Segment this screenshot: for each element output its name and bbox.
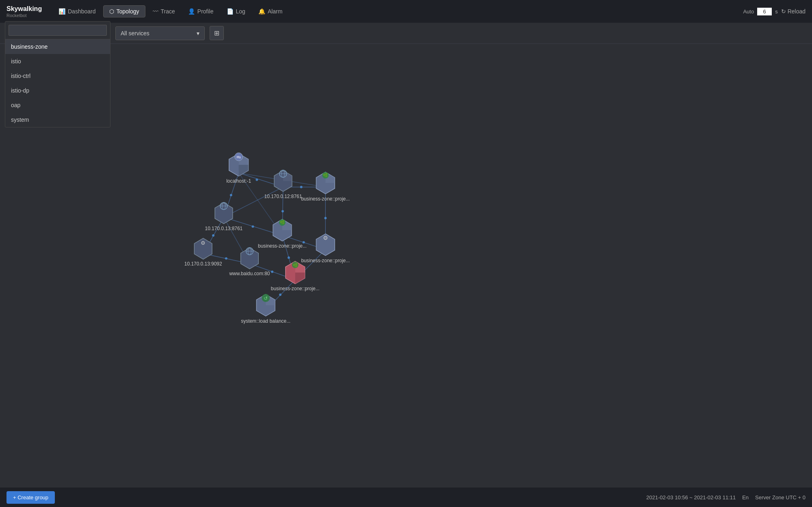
layout-toggle-button[interactable]: ⊞ [210, 26, 224, 40]
svg-text:business-zone::proje...: business-zone::proje... [271, 286, 320, 291]
svg-point-28 [271, 270, 273, 273]
interval-unit: s [775, 9, 778, 15]
bottom-bar: + Create group 2021-02-03 10:56 ~ 2021-0… [0, 488, 812, 507]
dropdown-item-istio-dp[interactable]: istio-dp [5, 83, 110, 98]
profile-icon: 👤 [188, 8, 195, 15]
svg-text:business-zone::proje...: business-zone::proje... [301, 196, 350, 202]
svg-text:↺: ↺ [264, 296, 268, 301]
node-bz-proje3[interactable]: ⚙ business-zone::proje... [301, 234, 350, 263]
nav-dashboard[interactable]: 📊 Dashboard [53, 6, 102, 17]
server-zone-label: Server Zone UTC + 0 [755, 494, 806, 501]
svg-text:⚙: ⚙ [323, 235, 328, 241]
layout-icon: ⊞ [214, 30, 219, 37]
logo-text: Skywalking [6, 4, 43, 13]
svg-point-27 [288, 257, 290, 259]
services-select: All services ▾ [115, 26, 205, 40]
nav-trace[interactable]: 〰 Trace [147, 6, 181, 17]
alarm-icon: 🔔 [258, 8, 265, 15]
svg-text:⚙: ⚙ [201, 240, 206, 246]
topology-svg: H₂ localhost:-1 10.170.0.12:8761 🌿 busin… [0, 44, 812, 488]
svg-point-24 [324, 217, 327, 219]
node-baidu[interactable]: www.baidu.com:80 [229, 248, 270, 277]
dropdown-search-input[interactable] [9, 25, 107, 36]
svg-text:business-zone::proje...: business-zone::proje... [301, 258, 350, 263]
svg-point-29 [279, 293, 281, 296]
nav-alarm[interactable]: 🔔 Alarm [253, 6, 288, 17]
dropdown-item-system[interactable]: system [5, 112, 110, 127]
create-group-button[interactable]: + Create group [6, 491, 55, 504]
bottom-right: 2021-02-03 10:56 ~ 2021-02-03 11:11 En S… [646, 494, 806, 501]
node-bz-proje2[interactable]: 🌿 business-zone::proje... [258, 219, 307, 249]
svg-text:localhost:-1: localhost:-1 [226, 178, 251, 184]
svg-text:system::load balance...: system::load balance... [241, 318, 290, 324]
svg-point-20 [230, 194, 232, 196]
svg-text:🌿: 🌿 [280, 220, 285, 225]
svg-text:H₂: H₂ [236, 155, 240, 159]
node-10170012[interactable]: 10.170.0.12:8761 [264, 170, 302, 199]
svg-marker-70 [295, 272, 305, 284]
log-icon: 📄 [227, 8, 234, 15]
svg-text:business-zone::proje...: business-zone::proje... [258, 243, 307, 249]
svg-text:Skywalking: Skywalking [6, 5, 42, 12]
svg-point-19 [300, 186, 303, 188]
svg-text:10.170.0.13:8761: 10.170.0.13:8761 [205, 226, 243, 231]
svg-text:10.170.0.13:9092: 10.170.0.13:9092 [184, 261, 222, 267]
nav-topology[interactable]: ⬡ Topology [103, 5, 145, 17]
interval-input[interactable] [757, 8, 772, 15]
reload-icon: ↻ [781, 8, 786, 15]
svg-point-26 [225, 257, 227, 260]
reload-button[interactable]: ↻ Reload [781, 8, 806, 15]
dropdown-item-istio[interactable]: istio [5, 54, 110, 69]
logo-sub: Rocketbot [6, 13, 27, 18]
nav-profile[interactable]: 👤 Profile [182, 6, 219, 17]
navbar: Skywalking Rocketbot 📊 Dashboard ⬡ Topol… [0, 0, 812, 23]
node-10170013-9092[interactable]: ⚙ 10.170.0.13:9092 [184, 238, 222, 267]
node-10170013-8761[interactable]: 10.170.0.13:8761 [205, 202, 243, 231]
nav-items: 📊 Dashboard ⬡ Topology 〰 Trace 👤 Profile… [53, 5, 743, 17]
node-system-lb[interactable]: ↺ system::load balance... [241, 294, 290, 324]
dropdown-item-business-zone[interactable]: business-zone [5, 39, 110, 54]
svg-text:www.baidu.com:80: www.baidu.com:80 [229, 271, 270, 276]
nav-log[interactable]: 📄 Log [221, 6, 251, 17]
language-label: En [742, 494, 749, 501]
nav-right: Auto s ↻ Reload [743, 8, 806, 15]
svg-text:10.170.0.12:8761: 10.170.0.12:8761 [264, 194, 302, 199]
svg-point-22 [281, 210, 284, 212]
dropdown-search-area [5, 22, 110, 39]
dashboard-icon: 📊 [58, 8, 65, 15]
trace-icon: 〰 [153, 8, 158, 15]
svg-text:🌿: 🌿 [293, 262, 298, 268]
logo-area: Skywalking Rocketbot [6, 4, 43, 18]
svg-text:🌿: 🌿 [323, 173, 328, 178]
dropdown-item-oap[interactable]: oap [5, 98, 110, 112]
datetime-range: 2021-02-03 10:56 ~ 2021-02-03 11:11 [646, 494, 736, 501]
node-bz-proje4[interactable]: 🌿 business-zone::proje... [271, 261, 320, 292]
dropdown-item-istio-ctrl[interactable]: istio-ctrl [5, 69, 110, 83]
group-dropdown: business-zone istio istio-ctrl istio-dp … [5, 21, 110, 127]
svg-point-18 [256, 179, 258, 181]
svg-point-21 [251, 225, 254, 228]
topology-canvas[interactable]: H₂ localhost:-1 10.170.0.12:8761 🌿 busin… [0, 44, 812, 488]
toolbar: business-zone ▴ All services ▾ ⊞ [0, 23, 812, 44]
auto-label: Auto [743, 9, 754, 15]
chevron-down-icon: ▾ [197, 30, 199, 37]
services-select-button[interactable]: All services ▾ [115, 26, 205, 40]
svg-point-25 [212, 234, 214, 237]
topology-icon: ⬡ [109, 8, 114, 15]
node-localhost[interactable]: H₂ localhost:-1 [226, 153, 251, 184]
